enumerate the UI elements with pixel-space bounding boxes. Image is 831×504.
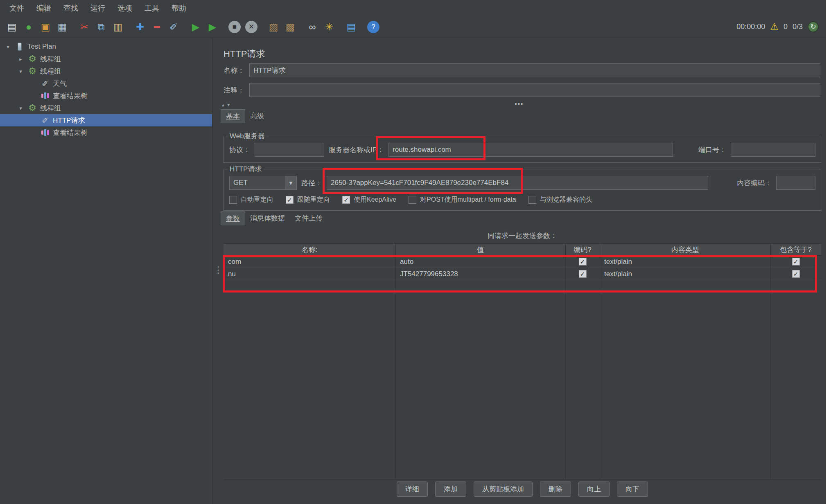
menu-item[interactable]: 帮助	[165, 1, 192, 16]
checkbox-label: 与浏览器兼容的头	[540, 196, 592, 204]
divider-grip-icon[interactable]: •••	[218, 100, 820, 107]
server-input[interactable]	[388, 143, 673, 157]
tree-item-results-tree-2[interactable]: 查看结果树	[0, 126, 212, 139]
param-content-type-cell[interactable]: text/plain	[600, 258, 770, 266]
shutdown-icon[interactable]: ✕	[244, 19, 259, 35]
combo-arrow-icon[interactable]: ▼	[285, 176, 296, 189]
cell-checkbox-icon[interactable]: ✓	[579, 258, 587, 266]
cell-checkbox-icon[interactable]: ✓	[792, 258, 800, 266]
detail-button[interactable]: 详细	[397, 482, 428, 497]
column-header: 包含等于?	[770, 244, 821, 255]
help-icon[interactable]: ?	[366, 19, 381, 35]
clear-all-icon[interactable]: ▩	[282, 19, 298, 35]
checkbox-browser-headers[interactable]: 与浏览器兼容的头	[528, 196, 592, 204]
column-header: 值	[395, 244, 565, 255]
param-include-equals-cell[interactable]: ✓	[770, 258, 821, 266]
path-input[interactable]	[327, 176, 708, 190]
tree-item-test-plan[interactable]: ▾Test Plan	[0, 40, 212, 53]
params-table: 名称:值编码?内容类型包含等于? comauto✓text/plain✓nuJT…	[224, 243, 821, 479]
clear-icon[interactable]: ▨	[266, 19, 281, 35]
open-template-icon[interactable]: ●	[21, 19, 36, 35]
open-file-icon[interactable]: ▣	[38, 19, 53, 35]
menu-item[interactable]: 运行	[84, 1, 111, 16]
remove-icon[interactable]: ━	[149, 19, 165, 35]
cell-checkbox-icon[interactable]: ✓	[579, 270, 587, 278]
function-helper-icon[interactable]: ▤	[343, 19, 359, 35]
param-name-cell[interactable]: nu	[224, 270, 395, 278]
add-icon[interactable]: ✚	[132, 19, 148, 35]
checkbox-box-icon	[528, 196, 536, 204]
toggle-icon[interactable]: ✐	[166, 19, 181, 35]
web-server-row: 协议： 服务器名称或IP： 端口号：	[224, 141, 821, 157]
menu-item[interactable]: 工具	[138, 1, 165, 16]
tree-item-label: Test Plan	[27, 43, 56, 51]
chevron-expanded-icon[interactable]: ▾	[4, 44, 12, 50]
tree-item-results-tree-1[interactable]: 查看结果树	[0, 90, 212, 102]
chevron-expanded-icon[interactable]: ▾	[17, 105, 25, 111]
log-warning-icon[interactable]: ⚠	[770, 21, 779, 32]
protocol-input[interactable]	[255, 143, 324, 157]
checkbox-auto-redirect[interactable]: 自动重定向	[229, 196, 273, 204]
cell-checkbox-icon[interactable]: ✓	[792, 270, 800, 278]
delete-button[interactable]: 删除	[540, 482, 571, 497]
paste-glyph: ▥	[112, 21, 124, 33]
checkbox-keepalive[interactable]: ✓使用KeepAlive	[342, 196, 396, 204]
checkbox-follow-redirects[interactable]: ✓跟随重定向	[286, 196, 330, 204]
param-value-cell[interactable]: auto	[395, 258, 565, 266]
comment-field-row: 注释：	[224, 83, 820, 97]
tab-parameters[interactable]: 参数	[221, 212, 245, 225]
menu-item[interactable]: 编辑	[30, 1, 57, 16]
add-button[interactable]: 添加	[435, 482, 466, 497]
column-header: 编码?	[565, 244, 600, 255]
param-row[interactable]: comauto✓text/plain✓	[224, 256, 821, 268]
name-input[interactable]	[249, 63, 820, 77]
cut-icon[interactable]: ✂	[77, 19, 92, 35]
add-from-clipboard-button[interactable]: 从剪贴板添加	[474, 482, 533, 497]
comment-input[interactable]	[249, 83, 820, 97]
tab-basic[interactable]: 基本	[221, 109, 245, 123]
params-table-header: 名称:值编码?内容类型包含等于?	[224, 244, 821, 256]
param-row[interactable]: nuJT5427799653328✓text/plain✓	[224, 268, 821, 280]
tree-item-thread-group-1[interactable]: ▸⚙线程组	[0, 53, 212, 65]
tab-file-upload[interactable]: 文件上传	[290, 212, 327, 225]
search-glyph: ∞	[306, 21, 318, 33]
paste-icon[interactable]: ▥	[110, 19, 126, 35]
stop-icon[interactable]: ■	[227, 19, 242, 35]
menu-item[interactable]: 文件	[3, 1, 30, 16]
tree-item-thread-group-3[interactable]: ▾⚙线程组	[0, 102, 212, 114]
section-divider[interactable]: ▴ ▾ •••	[218, 102, 820, 109]
tree-item-weather[interactable]: ✐天气	[0, 77, 212, 90]
start-no-timers-icon[interactable]: ▶	[205, 19, 220, 35]
param-name-cell[interactable]: com	[224, 258, 395, 266]
tree-item-label: 查看结果树	[53, 91, 88, 101]
reset-search-icon[interactable]: ✳	[321, 19, 337, 35]
param-content-type-cell[interactable]: text/plain	[600, 270, 770, 278]
down-button[interactable]: 向下	[617, 482, 648, 497]
tab-advanced[interactable]: 高级	[245, 109, 269, 123]
start-icon[interactable]: ▶	[188, 19, 203, 35]
toolbar-group: ∞✳	[305, 19, 337, 35]
tree-item-http-request[interactable]: ✐HTTP请求	[0, 114, 212, 126]
search-icon[interactable]: ∞	[305, 19, 320, 35]
param-include-equals-cell[interactable]: ✓	[770, 270, 821, 278]
chevron-collapsed-icon[interactable]: ▸	[17, 56, 25, 62]
param-encode-cell[interactable]: ✓	[565, 270, 600, 278]
panel-splitter[interactable]: ⋮	[212, 38, 218, 504]
copy-icon[interactable]: ⧉	[93, 19, 109, 35]
up-button[interactable]: 向上	[578, 482, 610, 497]
chevron-expanded-icon[interactable]: ▾	[17, 68, 25, 74]
method-select[interactable]: GET ▼	[229, 176, 297, 190]
encoding-input[interactable]	[776, 176, 815, 190]
param-value-cell[interactable]: JT5427799653328	[395, 270, 565, 278]
port-input[interactable]	[731, 143, 815, 157]
tree-item-thread-group-2[interactable]: ▾⚙线程组	[0, 65, 212, 77]
comment-label: 注释：	[224, 86, 244, 95]
test-plan-tree: ▾Test Plan▸⚙线程组▾⚙线程组✐天气查看结果树▾⚙线程组✐HTTP请求…	[0, 38, 212, 504]
save-icon[interactable]: ▦	[54, 19, 70, 35]
menu-item[interactable]: 选项	[111, 1, 138, 16]
checkbox-multipart[interactable]: 对POST使用multipart / form-data	[409, 196, 516, 204]
new-file-icon[interactable]: ▤	[4, 19, 20, 35]
param-encode-cell[interactable]: ✓	[565, 258, 600, 266]
tab-body-data[interactable]: 消息体数据	[245, 212, 290, 225]
menu-item[interactable]: 查找	[57, 1, 84, 16]
